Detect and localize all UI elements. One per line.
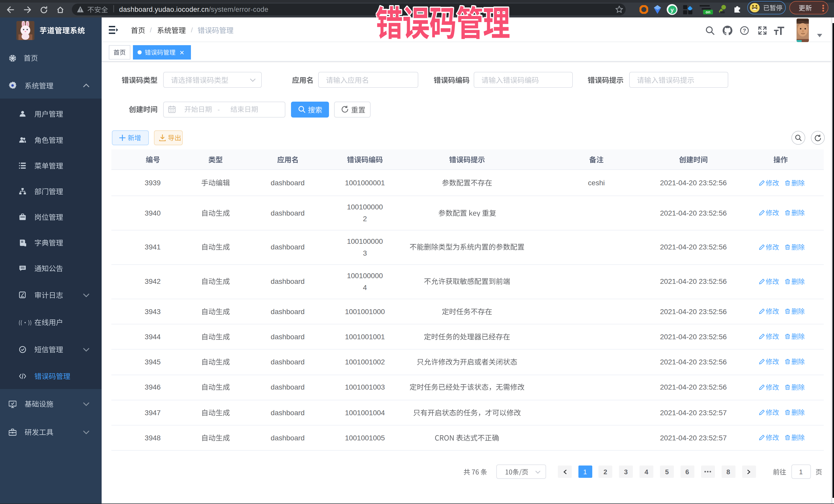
- svg-text:?: ?: [743, 27, 746, 34]
